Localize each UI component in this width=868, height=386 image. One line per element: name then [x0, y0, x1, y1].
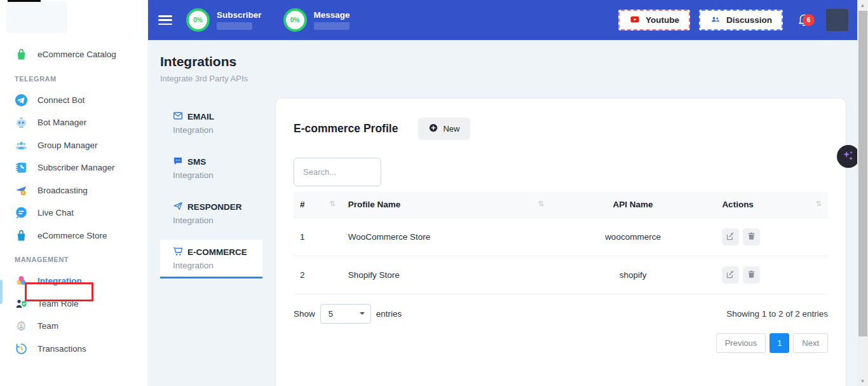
sort-icon: ⇅ [538, 200, 543, 208]
shopping-bag-green-icon [15, 48, 28, 61]
trash-icon [747, 231, 756, 243]
sidebar-item-broadcasting[interactable]: 1 Broadcasting [0, 179, 147, 202]
subscriber-stat-label: Subscriber [217, 10, 262, 20]
sidebar-item-label: Team [37, 321, 58, 331]
sidebar-item-transactions[interactable]: Transactions [0, 338, 147, 361]
previous-page-button[interactable]: Previous [716, 333, 766, 353]
cell-actions [715, 256, 828, 294]
notification-count-badge: 6 [803, 14, 815, 26]
contact-book-icon [15, 161, 28, 174]
user-avatar[interactable] [826, 9, 848, 31]
sidebar-item-label: Integration [37, 276, 82, 286]
showing-entries-text: Showing 1 to 2 of 2 entries [726, 309, 828, 319]
tab-ecommerce-integration[interactable]: E-COMMERCE Integration [160, 240, 262, 279]
tab-email-integration[interactable]: EMAIL Integration [160, 104, 262, 141]
next-page-button[interactable]: Next [793, 333, 828, 353]
group-people-icon [15, 139, 28, 152]
message-stat-label: Message [314, 10, 350, 20]
sidebar: eCommerce Catalog TELEGRAM Connect Bot B… [0, 0, 148, 386]
email-icon [173, 111, 183, 123]
sidebar-item-bot-manager[interactable]: Bot Manager [0, 111, 147, 134]
delete-button[interactable] [743, 266, 760, 284]
discussion-button[interactable]: Discussion [699, 10, 783, 31]
youtube-icon [629, 15, 641, 26]
sidebar-item-label: eCommerce Store [37, 231, 107, 240]
show-label: Show [294, 309, 315, 319]
sidebar-item-ecommerce-catalog[interactable]: eCommerce Catalog [0, 43, 147, 66]
pagination: Previous 1 Next [294, 333, 828, 353]
scroll-down-arrow[interactable]: ▼ [857, 376, 868, 386]
entries-per-page-select[interactable]: 5 [320, 304, 371, 324]
sidebar-item-label: Bot Manager [37, 118, 86, 127]
message-stat: 0% Message [283, 8, 350, 32]
vertical-scrollbar[interactable]: ▲ ▼ [857, 0, 868, 386]
sms-icon [173, 156, 183, 168]
tab-label: EMAIL [187, 112, 214, 121]
subscriber-progress-circle: 0% [186, 8, 210, 32]
plus-circle-icon [429, 123, 438, 134]
youtube-button[interactable]: Youtube [618, 10, 690, 31]
col-header-actions[interactable]: Actions ⇅ [715, 191, 828, 218]
tab-sublabel: Integration [173, 261, 262, 270]
cell-actions [715, 218, 828, 256]
sidebar-item-live-chat[interactable]: Live Chat [0, 202, 147, 224]
sidebar-item-label: Group Manager [37, 141, 98, 150]
tab-sublabel: Integration [173, 125, 262, 135]
sidebar-item-label: Broadcasting [37, 186, 88, 195]
main-content: Integrations Integrate 3rd Party APIs EM… [148, 40, 857, 386]
table-row: 2 Shopify Store shopify [294, 256, 828, 294]
sidebar-item-subscriber-manager[interactable]: Subscriber Manager [0, 156, 147, 179]
discussion-people-icon [710, 15, 721, 26]
ai-assistant-fab[interactable] [837, 145, 860, 168]
team-gear-icon [15, 319, 28, 333]
sidebar-item-integration[interactable]: Integration [0, 270, 147, 293]
sidebar-item-label: Transactions [37, 344, 86, 354]
sidebar-item-group-manager[interactable]: Group Manager [0, 134, 147, 157]
youtube-button-label: Youtube [646, 15, 679, 25]
shopping-bag-blue-icon [15, 229, 28, 242]
sidebar-item-label: Connect Bot [37, 95, 85, 105]
scrollbar-thumb[interactable] [858, 11, 867, 336]
sidebar-item-label: eCommerce Catalog [37, 50, 116, 59]
col-header-api-name[interactable]: API Name [550, 191, 716, 218]
notification-bell-icon[interactable]: 6 [797, 11, 811, 29]
edit-button[interactable] [722, 266, 739, 284]
sidebar-item-connect-bot[interactable]: Connect Bot [0, 89, 147, 112]
sidebar-section-telegram: TELEGRAM [0, 69, 147, 89]
sidebar-section-management: MANAGEMENT [0, 249, 147, 270]
cell-profile-name: Shopify Store [342, 256, 550, 294]
trash-icon [747, 270, 756, 281]
cell-profile-name: WooCommerce Store [342, 218, 550, 256]
edit-button[interactable] [722, 228, 739, 245]
cart-icon [173, 246, 183, 258]
delete-button[interactable] [743, 228, 760, 245]
new-profile-button[interactable]: New [418, 118, 470, 140]
transactions-history-icon [15, 342, 28, 355]
tab-sms-integration[interactable]: SMS Integration [160, 149, 262, 186]
logo-artifact [8, 0, 41, 2]
tab-label: SMS [187, 157, 206, 167]
tab-label: E-COMMERCE [187, 247, 247, 257]
sidebar-item-team-role[interactable]: Team Role [0, 293, 147, 315]
col-header-num[interactable]: # ⇅ [294, 191, 342, 218]
hamburger-menu-icon[interactable] [158, 15, 172, 25]
tab-responder-integration[interactable]: RESPONDER Integration [160, 195, 262, 231]
scroll-up-arrow[interactable]: ▲ [857, 0, 868, 10]
sidebar-item-label: Team Role [37, 299, 79, 308]
role-shield-icon [15, 297, 28, 310]
message-progress-circle: 0% [283, 8, 307, 32]
discussion-button-label: Discussion [726, 15, 772, 25]
sidebar-item-ecommerce-store[interactable]: eCommerce Store [0, 224, 147, 247]
sidebar-item-team[interactable]: Team [0, 315, 147, 338]
col-header-profile-name[interactable]: Profile Name ⇅ [342, 191, 550, 218]
message-stat-blurred-value [314, 22, 349, 30]
cell-api-name: shopify [550, 256, 716, 294]
search-input[interactable] [294, 158, 381, 186]
sidebar-item-label: Subscriber Manager [37, 163, 115, 172]
current-page-button[interactable]: 1 [770, 333, 789, 353]
integration-tabs: EMAIL Integration SMS Integration [160, 98, 262, 287]
sort-icon: ⇅ [816, 200, 822, 208]
subscriber-stat: 0% Subscriber [186, 8, 262, 32]
broadcast-plane-icon: 1 [15, 184, 28, 197]
chat-bubble-icon [15, 206, 28, 219]
